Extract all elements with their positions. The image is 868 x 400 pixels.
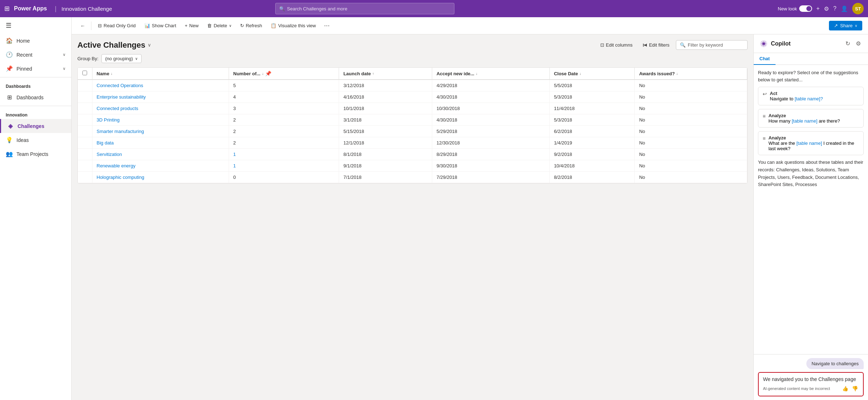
refresh-icon: ↻: [240, 23, 244, 28]
number-sort-icon: ↓: [262, 72, 264, 76]
row-name-cell[interactable]: Big data: [92, 137, 229, 149]
table-row[interactable]: Holographic computing 0 7/1/2018 7/29/20…: [78, 172, 747, 183]
row-checkbox-cell: [78, 114, 92, 126]
visualize-button[interactable]: 📋 Visualize this view: [267, 21, 319, 30]
table-row[interactable]: Connected products 3 10/1/2018 10/30/201…: [78, 103, 747, 114]
group-by-select[interactable]: (no grouping) ∨: [101, 54, 142, 63]
pin-icon: 📌: [6, 65, 13, 72]
sidebar-toggle-button[interactable]: ☰: [0, 17, 71, 34]
show-chart-button[interactable]: 📊 Show Chart: [141, 21, 180, 30]
add-icon[interactable]: +: [816, 5, 820, 12]
share-button[interactable]: ↗ Share ∨: [829, 21, 862, 30]
row-checkbox-cell: [78, 103, 92, 114]
global-search-bar[interactable]: 🔍 Search Challenges and more: [275, 3, 454, 14]
sidebar-section-dashboards: Dashboards: [0, 79, 71, 90]
waffle-icon[interactable]: ⊞: [4, 5, 10, 13]
new-look-label: New look: [778, 6, 797, 11]
row-close-cell: 5/3/2018: [549, 91, 635, 103]
close-column-header[interactable]: Close Date ↓: [549, 68, 635, 80]
thumbs-down-button[interactable]: 👎: [851, 385, 859, 392]
sidebar-item-home[interactable]: 🏠 Home: [0, 34, 71, 48]
table-row[interactable]: Big data 2 12/1/2018 12/30/2018 1/4/2019…: [78, 137, 747, 149]
read-only-grid-button[interactable]: ⊟ Read Only Grid: [94, 21, 139, 30]
view-title-dropdown[interactable]: ∨: [148, 42, 151, 48]
row-name-cell[interactable]: Holographic computing: [92, 172, 229, 183]
copilot-tab-chat[interactable]: Chat: [754, 53, 776, 65]
challenges-table: Name ↓ Number of... ↓ 📌: [78, 68, 747, 183]
suggestion-card-analyze-1[interactable]: ≡ Analyze How many [table name] are ther…: [758, 109, 864, 128]
sidebar-home-label: Home: [16, 38, 30, 44]
pin-icon[interactable]: 📌: [265, 71, 271, 76]
row-name-cell[interactable]: Enterprise sustainability: [92, 91, 229, 103]
suggestion-act-link[interactable]: [table name]?: [795, 96, 823, 101]
row-name-cell[interactable]: Smarter manufacturing: [92, 126, 229, 137]
row-awards-cell: No: [635, 149, 747, 160]
name-column-header[interactable]: Name ↓: [92, 68, 229, 80]
dashboards-icon: ⊞: [6, 94, 13, 101]
edit-filters-button[interactable]: ⧒ Edit filters: [639, 41, 673, 49]
new-look-toggle[interactable]: New look: [778, 5, 812, 12]
view-title: Active Challenges: [77, 41, 146, 50]
suggestion-card-analyze-2[interactable]: ≡ Analyze What are the [table name] I cr…: [758, 131, 864, 155]
settings-icon[interactable]: ⚙: [824, 5, 829, 12]
sidebar-item-recent[interactable]: 🕐 Recent ∨: [0, 48, 71, 62]
row-awards-cell: No: [635, 160, 747, 172]
delete-button[interactable]: 🗑 Delete ∨: [204, 21, 235, 30]
suggestion-card-act[interactable]: ↩ Act Navigate to [table name]?: [758, 87, 864, 105]
view-controls: ⊡ Edit columns ⧒ Edit filters 🔍 Filter b…: [597, 40, 748, 50]
row-checkbox-cell: [78, 80, 92, 91]
row-launch-cell: 10/1/2018: [339, 103, 432, 114]
row-name-cell[interactable]: Connected products: [92, 103, 229, 114]
row-name-cell[interactable]: Connected Operations: [92, 80, 229, 91]
new-button[interactable]: + New: [181, 21, 202, 30]
more-options-button[interactable]: ⋯: [321, 20, 333, 31]
copilot-settings-button[interactable]: ⚙: [854, 39, 862, 48]
select-all-checkbox[interactable]: [82, 71, 87, 75]
data-grid: Name ↓ Number of... ↓ 📌: [77, 67, 748, 184]
row-number-cell: 1: [229, 160, 339, 172]
sidebar-item-pinned[interactable]: 📌 Pinned ∨: [0, 62, 71, 76]
launch-column-header[interactable]: Launch date ↑: [339, 68, 432, 80]
number-column-header[interactable]: Number of... ↓ 📌: [229, 68, 339, 80]
row-name-cell[interactable]: 3D Printing: [92, 114, 229, 126]
suggestion-analyze-2-link[interactable]: [table name]: [796, 141, 822, 146]
copilot-footer: Navigate to challenges We navigated you …: [754, 354, 868, 400]
row-name-cell[interactable]: Servitization: [92, 149, 229, 160]
awards-column-header[interactable]: Awards issued? ↓: [635, 68, 747, 80]
refresh-button[interactable]: ↻ Refresh: [237, 21, 266, 30]
row-launch-cell: 5/15/2018: [339, 126, 432, 137]
accessibility-icon[interactable]: 👤: [841, 5, 848, 12]
thumbs-up-button[interactable]: 👍: [841, 385, 849, 392]
chevron-down-icon: ∨: [135, 57, 138, 61]
accept-column-header[interactable]: Accept new ide... ↓: [432, 68, 549, 80]
help-icon[interactable]: ?: [833, 5, 836, 12]
table-row[interactable]: Connected Operations 5 3/12/2018 4/29/20…: [78, 80, 747, 91]
sidebar-item-ideas[interactable]: 💡 Ideas: [0, 133, 71, 147]
checkbox-column-header[interactable]: [78, 68, 92, 80]
row-name-cell[interactable]: Renewable energy: [92, 160, 229, 172]
row-close-cell: 5/5/2018: [549, 80, 635, 91]
table-row[interactable]: 3D Printing 2 3/1/2018 4/30/2018 5/3/201…: [78, 114, 747, 126]
edit-columns-button[interactable]: ⊡ Edit columns: [597, 41, 636, 49]
table-row[interactable]: Smarter manufacturing 2 5/15/2018 5/29/2…: [78, 126, 747, 137]
row-awards-cell: No: [635, 80, 747, 91]
table-row[interactable]: Renewable energy 1 9/1/2018 9/30/2018 10…: [78, 160, 747, 172]
table-row[interactable]: Enterprise sustainability 4 4/16/2018 4/…: [78, 91, 747, 103]
copilot-refresh-button[interactable]: ↻: [844, 39, 852, 48]
sidebar-divider-2: [0, 106, 71, 106]
user-avatar[interactable]: ST: [852, 3, 864, 14]
sidebar-item-team-projects[interactable]: 👥 Team Projects: [0, 147, 71, 161]
sidebar-item-dashboards[interactable]: ⊞ Dashboards: [0, 90, 71, 104]
suggestion-analyze-1-link[interactable]: [table name]: [792, 118, 817, 124]
sidebar: ☰ 🏠 Home 🕐 Recent ∨ 📌 Pinned ∨ Dashboard…: [0, 17, 72, 400]
keyword-filter-input[interactable]: 🔍 Filter by keyword: [676, 40, 748, 50]
row-accept-cell: 7/29/2018: [432, 172, 549, 183]
sidebar-item-challenges[interactable]: ◈ Challenges: [0, 119, 71, 133]
back-button[interactable]: ←: [77, 21, 88, 31]
row-awards-cell: No: [635, 126, 747, 137]
navigate-to-challenges-bubble: Navigate to challenges: [806, 358, 864, 369]
table-row[interactable]: Servitization 1 8/1/2018 8/29/2018 9/2/2…: [78, 149, 747, 160]
new-look-switch[interactable]: [799, 5, 812, 12]
row-awards-cell: No: [635, 103, 747, 114]
suggestion-analyze-1-content: Analyze How many [table name] are there?: [768, 113, 840, 124]
